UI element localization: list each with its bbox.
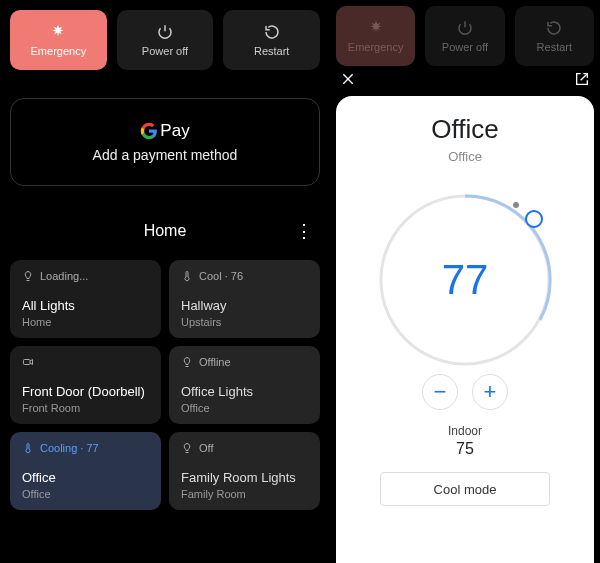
thermostat-detail-screen: Emergency Power off Restart Office Offic…: [330, 0, 600, 563]
svg-rect-0: [24, 360, 31, 365]
setpoint-value: 77: [365, 180, 565, 380]
tile-all-lights[interactable]: Loading... All Lights Home: [10, 260, 161, 338]
sheet-top-bar: [336, 70, 594, 92]
tile-status: Offline: [181, 356, 308, 368]
tile-status: Cool · 76: [181, 270, 308, 282]
google-pay-card[interactable]: Pay Add a payment method: [10, 98, 320, 186]
bulb-icon: [181, 442, 193, 454]
close-button[interactable]: [340, 71, 356, 91]
power-menu-screen: Emergency Power off Restart Pay Add a pa…: [0, 0, 330, 563]
tile-room: Upstairs: [181, 316, 308, 328]
camera-icon: [22, 356, 34, 368]
restart-button[interactable]: Restart: [223, 10, 320, 70]
emergency-icon: [367, 19, 385, 37]
tile-name: Office Lights: [181, 384, 308, 400]
pay-brand-text: Pay: [160, 121, 189, 141]
tile-room: Office: [181, 402, 308, 414]
restart-icon: [545, 19, 563, 37]
thermostat-sheet: Office Office 77 − + Indoor 75 Cool mode: [336, 96, 594, 563]
power-off-button[interactable]: Power off: [117, 10, 214, 70]
tile-name: Front Door (Doorbell): [22, 384, 149, 400]
device-tiles-grid: Loading... All Lights Home Cool · 76 Hal…: [10, 260, 320, 510]
tile-room: Family Room: [181, 488, 308, 500]
power-off-label: Power off: [142, 45, 188, 57]
bulb-icon: [22, 270, 34, 282]
home-more-button[interactable]: ⋮: [294, 220, 314, 242]
mode-button[interactable]: Cool mode: [380, 472, 550, 506]
thermometer-icon: [181, 270, 193, 282]
restart-icon: [263, 23, 281, 41]
emergency-button-dimmed: Emergency: [336, 6, 415, 66]
power-off-button-dimmed: Power off: [425, 6, 504, 66]
pay-subtitle: Add a payment method: [93, 147, 238, 163]
thermostat-title: Office: [431, 114, 498, 145]
thermometer-icon: [22, 442, 34, 454]
power-button-row: Emergency Power off Restart: [10, 10, 320, 70]
power-icon: [156, 23, 174, 41]
tile-room: Front Room: [22, 402, 149, 414]
tile-front-door[interactable]: Front Door (Doorbell) Front Room: [10, 346, 161, 424]
tile-name: Office: [22, 470, 149, 486]
power-button-row-dimmed: Emergency Power off Restart: [336, 6, 594, 66]
open-external-button[interactable]: [574, 71, 590, 91]
indoor-value: 75: [456, 440, 474, 458]
tile-room: Office: [22, 488, 149, 500]
emergency-button[interactable]: Emergency: [10, 10, 107, 70]
tile-hallway[interactable]: Cool · 76 Hallway Upstairs: [169, 260, 320, 338]
thermostat-dial[interactable]: 77: [365, 180, 565, 380]
bulb-icon: [181, 356, 193, 368]
tile-status: [22, 356, 149, 368]
mode-label: Cool mode: [434, 482, 497, 497]
tile-name: Family Room Lights: [181, 470, 308, 486]
emergency-icon: [49, 23, 67, 41]
emergency-label: Emergency: [31, 45, 87, 57]
tile-office-lights[interactable]: Offline Office Lights Office: [169, 346, 320, 424]
power-icon: [456, 19, 474, 37]
tile-status: Off: [181, 442, 308, 454]
tile-status: Loading...: [22, 270, 149, 282]
indoor-label: Indoor: [448, 424, 482, 438]
tile-name: Hallway: [181, 298, 308, 314]
restart-label: Restart: [254, 45, 289, 57]
tile-status: Cooling · 77: [22, 442, 149, 454]
home-header: Home ⋮: [10, 220, 320, 242]
tile-room: Home: [22, 316, 149, 328]
restart-button-dimmed: Restart: [515, 6, 594, 66]
google-pay-logo: Pay: [140, 121, 189, 141]
tile-office-thermostat[interactable]: Cooling · 77 Office Office: [10, 432, 161, 510]
thermostat-subtitle: Office: [448, 149, 482, 164]
home-title: Home: [16, 222, 294, 240]
tile-name: All Lights: [22, 298, 149, 314]
close-icon: [340, 71, 356, 87]
open-external-icon: [574, 71, 590, 87]
google-g-icon: [140, 122, 158, 140]
tile-family-room-lights[interactable]: Off Family Room Lights Family Room: [169, 432, 320, 510]
